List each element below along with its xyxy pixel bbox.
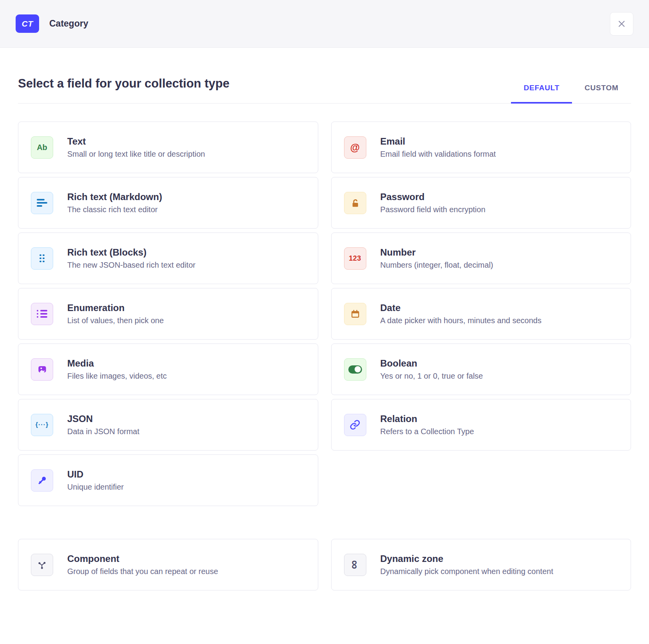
field-card-media[interactable]: Media Files like images, videos, etc [18,343,318,395]
key-icon [31,469,53,492]
field-title: Email [380,136,496,147]
field-card-enumeration[interactable]: Enumeration List of values, then pick on… [18,288,318,340]
field-title: Media [67,358,167,369]
field-title: UID [67,469,124,480]
field-card-text[interactable]: Ab Text Small or long text like title or… [18,122,318,173]
open-padlock-icon [344,192,366,214]
field-description: Dynamically pick component when editing … [380,567,553,576]
field-card-password[interactable]: Password Password field with encryption [331,177,631,229]
field-title: Date [380,302,541,313]
field-card-date[interactable]: Date A date picker with hours, minutes a… [331,288,631,340]
field-card-json[interactable]: {···} JSON Data in JSON format [18,399,318,451]
field-card-uid[interactable]: UID Unique identifier [18,454,318,506]
field-title: Enumeration [67,302,164,313]
field-description: Email field with validations format [380,150,496,159]
close-button[interactable] [610,12,633,36]
toggle-on-icon [344,358,366,381]
field-card-email[interactable]: @ Email Email field with validations for… [331,122,631,173]
modal-body: Select a field for your collection type … [0,77,649,590]
field-description: Refers to a Collection Type [380,427,474,436]
fields-grid: Ab Text Small or long text like title or… [18,122,631,506]
field-description: The new JSON-based rich text editor [67,261,195,270]
field-description: Files like images, videos, etc [67,372,167,381]
field-description: Yes or no, 1 or 0, true or false [380,372,483,381]
field-description: The classic rich text editor [67,205,162,214]
page-title: Select a field for your collection type [18,77,229,103]
infinity-icon: ∞ [344,554,366,576]
field-description: Group of fields that you can repeat or r… [67,567,218,576]
field-description: List of values, then pick one [67,316,164,325]
field-card-dynamic-zone[interactable]: ∞ Dynamic zone Dynamically pick componen… [331,539,631,590]
field-card-component[interactable]: Component Group of fields that you can r… [18,539,318,590]
chain-link-icon [344,414,366,436]
calendar-icon [344,303,366,325]
field-title: Dynamic zone [380,553,553,564]
field-description: Data in JSON format [67,427,140,436]
field-title: Relation [380,413,474,424]
field-title: Component [67,553,218,564]
field-description: A date picker with hours, minutes and se… [380,316,541,325]
field-description: Password field with encryption [380,205,486,214]
field-card-boolean[interactable]: Boolean Yes or no, 1 or 0, true or false [331,343,631,395]
field-description: Numbers (integer, float, decimal) [380,261,493,270]
field-description: Small or long text like title or descrip… [67,150,205,159]
tab-default[interactable]: DEFAULT [511,84,572,103]
field-title: Password [380,191,486,202]
node-tree-icon [31,554,53,576]
field-title: Rich text (Blocks) [67,247,195,258]
field-title: Rich text (Markdown) [67,191,162,202]
content-type-title: Category [49,18,88,29]
ab-letters-icon: Ab [31,136,53,159]
drag-dots-icon [31,247,53,270]
123-digits-icon: 123 [344,247,366,270]
field-title: Boolean [380,358,483,369]
field-card-relation[interactable]: Relation Refers to a Collection Type [331,399,631,451]
content-type-badge: CT [16,14,39,33]
field-description: Unique identifier [67,483,124,492]
field-title: Number [380,247,493,258]
field-card-richtext-blocks[interactable]: Rich text (Blocks) The new JSON-based ri… [18,233,318,284]
field-title: Text [67,136,205,147]
field-title: JSON [67,413,140,424]
at-sign-icon: @ [344,136,366,159]
close-icon [617,19,627,29]
curly-braces-icon: {···} [31,414,53,436]
advanced-fields-grid: Component Group of fields that you can r… [18,539,631,590]
tabs: DEFAULT CUSTOM [511,84,631,103]
bullet-list-icon [31,303,53,325]
title-row: Select a field for your collection type … [18,77,631,104]
picture-icon [31,358,53,381]
text-lines-icon [31,192,53,214]
field-card-number[interactable]: 123 Number Numbers (integer, float, deci… [331,233,631,284]
modal-header: CT Category [0,0,649,48]
field-card-richtext-markdown[interactable]: Rich text (Markdown) The classic rich te… [18,177,318,229]
tab-custom[interactable]: CUSTOM [572,84,631,103]
